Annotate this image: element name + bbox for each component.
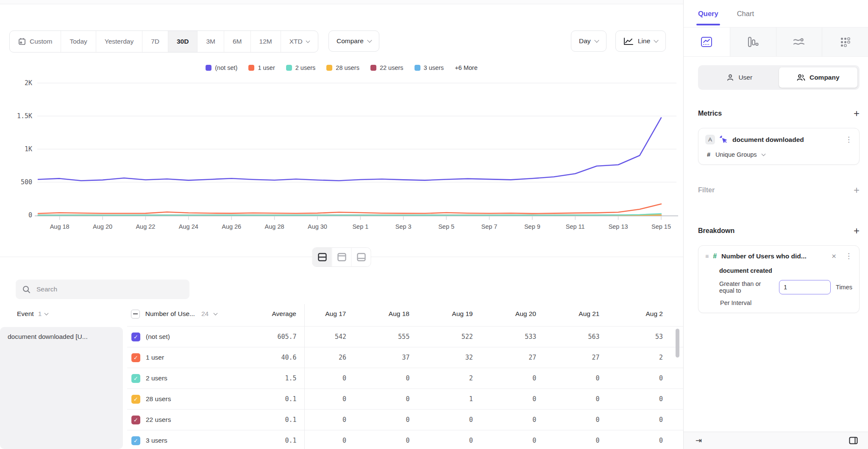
range-12m-button[interactable]: 12M xyxy=(250,31,281,52)
metric-card[interactable]: A document downloaded ⋮ # Unique Groups xyxy=(698,128,860,165)
series-checkbox[interactable]: ✓ xyxy=(131,333,140,341)
metric-letter-badge: A xyxy=(705,135,715,144)
series-label: 3 users xyxy=(146,437,167,444)
add-breakdown-button[interactable]: + xyxy=(854,226,860,236)
table-row[interactable]: ✓3 users0.1000000 xyxy=(127,430,683,449)
toggle-company[interactable]: Company xyxy=(779,67,858,88)
range-label: Yesterday xyxy=(105,38,134,45)
toggle-user[interactable]: User xyxy=(700,67,779,88)
compare-button[interactable]: Compare xyxy=(328,30,379,52)
breakdown-column-header[interactable]: Number of Use... 24 xyxy=(127,310,236,319)
x-axis-label: Aug 24 xyxy=(179,223,198,230)
chart-type-flow-button[interactable] xyxy=(776,28,822,56)
search-box[interactable] xyxy=(16,280,189,299)
chart-type-scatter-button[interactable] xyxy=(822,28,868,56)
search-input[interactable] xyxy=(36,285,183,294)
chevron-down-icon xyxy=(761,152,765,156)
series-checkbox[interactable]: ✓ xyxy=(131,374,140,383)
collapse-sidebar-icon[interactable]: ⇥ xyxy=(696,436,702,445)
close-icon[interactable]: × xyxy=(832,252,836,260)
average-value: 40.6 xyxy=(237,354,303,361)
chevron-down-icon xyxy=(306,39,310,43)
series-label: (not set) xyxy=(146,333,170,341)
metrics-heading: Metrics xyxy=(698,110,722,117)
range-7d-button[interactable]: 7D xyxy=(142,31,168,52)
select-all-checkbox[interactable] xyxy=(131,310,140,319)
metrics-section-header: Metrics + xyxy=(698,108,860,119)
average-value: 1.5 xyxy=(237,374,303,382)
cell-value: 522 xyxy=(430,333,493,341)
table-row[interactable]: ✓22 users0.1000000 xyxy=(127,410,683,430)
average-column-header[interactable]: Average xyxy=(236,310,303,318)
date-column-header[interactable]: Aug 2 xyxy=(620,310,683,318)
breakdown-count: 24 xyxy=(201,310,209,318)
interval-button[interactable]: Day xyxy=(571,30,606,52)
drag-handle-icon[interactable]: ≡ xyxy=(705,253,708,260)
series-line-1-user[interactable] xyxy=(38,204,661,213)
add-filter-button[interactable]: + xyxy=(854,185,860,195)
range-custom-button[interactable]: Custom xyxy=(10,31,61,52)
series-checkbox[interactable]: ✓ xyxy=(131,395,140,404)
average-value: 0.1 xyxy=(237,416,303,424)
chart-type-button[interactable]: Line xyxy=(615,30,666,52)
event-row[interactable]: document downloaded [U... xyxy=(0,327,123,449)
sidebar-tabs: Query Chart xyxy=(684,0,868,27)
panel-toggle-icon[interactable] xyxy=(849,437,858,444)
analytics-app: CustomTodayYesterday7D30D3M6M12MXTD Comp… xyxy=(0,0,868,449)
range-3m-button[interactable]: 3M xyxy=(197,31,224,52)
date-column-header[interactable]: Aug 21 xyxy=(556,310,620,318)
breakdown-header-label: Number of Use... xyxy=(145,310,195,318)
kebab-menu-icon[interactable]: ⋮ xyxy=(845,252,852,260)
event-column-header[interactable]: Event 1 xyxy=(0,310,127,318)
tab-chart[interactable]: Chart xyxy=(737,0,754,27)
query-sidebar: Query Chart xyxy=(683,0,868,449)
chart-type-line-button[interactable] xyxy=(684,28,730,56)
cell-value: 2 xyxy=(620,354,683,361)
measure-selector[interactable]: Unique Groups xyxy=(715,151,757,158)
date-column-header[interactable]: Aug 20 xyxy=(493,310,556,318)
breakdown-section-header: Breakdown + xyxy=(698,226,860,236)
range-label: 6M xyxy=(233,38,242,45)
range-6m-button[interactable]: 6M xyxy=(224,31,250,52)
chart-type-bar-button[interactable] xyxy=(730,28,776,56)
layout-top-button[interactable] xyxy=(332,248,351,266)
line-chart[interactable]: 05001K1.5K2KAug 18Aug 20Aug 22Aug 24Aug … xyxy=(0,55,683,237)
x-axis-label: Aug 18 xyxy=(50,223,70,230)
tab-query[interactable]: Query xyxy=(698,0,718,27)
table-row[interactable]: ✓1 user40.626373227272 xyxy=(127,347,683,368)
date-column-header[interactable]: Aug 18 xyxy=(366,310,430,318)
average-value: 605.7 xyxy=(237,333,303,341)
people-icon xyxy=(797,74,805,81)
cell-value: 0 xyxy=(493,395,556,403)
condition-label: Greater than or equal to xyxy=(719,280,774,294)
cell-value: 0 xyxy=(493,437,556,444)
layout-split-button[interactable] xyxy=(313,248,332,266)
kebab-menu-icon[interactable]: ⋮ xyxy=(845,136,852,143)
breakdown-heading: Breakdown xyxy=(698,227,734,235)
range-xtd-button[interactable]: XTD xyxy=(281,31,318,52)
table-row[interactable]: ✓(not set)605.754255552253356353 xyxy=(127,327,683,347)
series-checkbox[interactable]: ✓ xyxy=(131,436,140,445)
table-row[interactable]: ✓28 users0.1001000 xyxy=(127,389,683,410)
breakdown-card[interactable]: ≡ # Number of Users who did... × ⋮ docum… xyxy=(698,245,860,313)
range-today-button[interactable]: Today xyxy=(61,31,95,52)
series-line-2-users[interactable] xyxy=(38,214,661,215)
times-label: Times xyxy=(836,284,852,291)
vertical-scrollbar[interactable] xyxy=(676,329,679,358)
table-row[interactable]: ✓2 users1.5002000 xyxy=(127,368,683,389)
range-yesterday-button[interactable]: Yesterday xyxy=(96,31,142,52)
date-column-header[interactable]: Aug 19 xyxy=(430,310,493,318)
add-metric-button[interactable]: + xyxy=(854,108,860,119)
date-column-header[interactable]: Aug 17 xyxy=(303,310,367,318)
breakdown-event-name: document created xyxy=(719,267,852,274)
cell-value: 555 xyxy=(367,333,430,341)
series-checkbox[interactable]: ✓ xyxy=(131,416,140,424)
layout-bottom-button[interactable] xyxy=(351,248,371,266)
y-axis-label: 500 xyxy=(21,178,32,186)
cell-value: 0 xyxy=(620,374,683,382)
series-checkbox[interactable]: ✓ xyxy=(131,353,140,362)
range-30d-button[interactable]: 30D xyxy=(168,31,197,52)
x-axis-label: Sep 15 xyxy=(651,223,671,230)
threshold-input[interactable] xyxy=(779,280,831,294)
y-axis-label: 0 xyxy=(28,211,32,219)
